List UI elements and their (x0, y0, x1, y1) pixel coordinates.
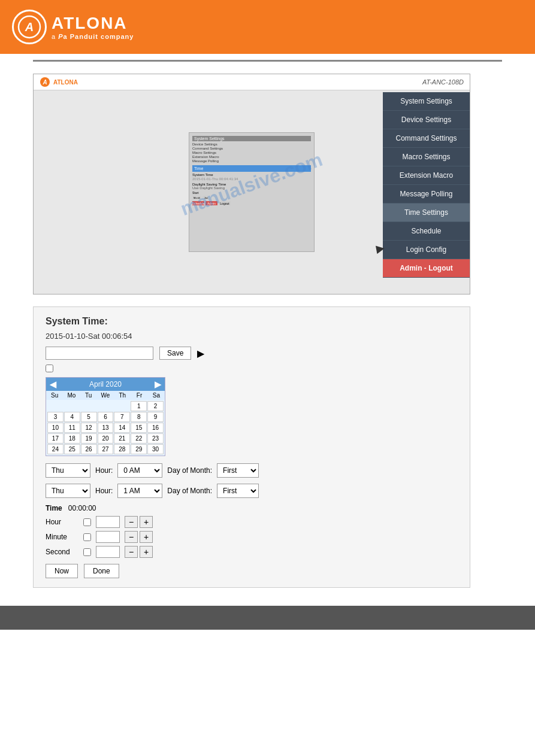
menu-item-time-settings[interactable]: Time Settings (383, 204, 470, 222)
menu-item-schedule[interactable]: Schedule (383, 222, 470, 241)
calendar-nav: ◀ April 2020 ▶ (46, 378, 165, 391)
main-content: A ATLONA AT-ANC-108D System Settings Dev… (0, 68, 535, 594)
start-hour-select[interactable]: 0 AM 1 AM2 AM3 AM4 AM 5 AM6 AM7 AM8 AM 9… (117, 463, 162, 478)
hour-checkbox[interactable] (83, 518, 91, 526)
start-day-select[interactable]: Thu SunMonTueWedFriSat (46, 463, 90, 478)
system-time-value: 2015-01-10-Sat 00:06:54 (46, 332, 458, 341)
cal-day-30[interactable]: 30 (147, 444, 164, 454)
page-header: A ATLONA a Pa Panduit company (0, 0, 535, 54)
cal-day-15[interactable]: 15 (131, 423, 147, 433)
hour-label-2: Hour: (95, 487, 113, 495)
cursor-hint: ▶ (197, 348, 204, 359)
svg-text:A: A (25, 20, 34, 34)
footer-bar (0, 606, 535, 630)
menu-item-extension-macro[interactable]: Extension Macro (383, 166, 470, 185)
cal-day-1[interactable]: 1 (131, 401, 147, 411)
cal-day-13[interactable]: 13 (98, 423, 114, 433)
dst-checkbox[interactable] (46, 365, 53, 372)
cal-day-14[interactable]: 14 (114, 423, 130, 433)
end-day-select[interactable]: Thu SunMonTueWedFriSat (46, 484, 90, 498)
menu-item-macro-settings[interactable]: Macro Settings (383, 148, 470, 166)
cal-day-8[interactable]: 8 (131, 412, 147, 422)
cal-day-27[interactable]: 27 (98, 444, 114, 454)
done-button[interactable]: Done (84, 564, 119, 578)
time-section-title: Time (46, 504, 62, 512)
cal-day-17[interactable]: 17 (47, 433, 64, 444)
menu-item-command-settings[interactable]: Command Settings (383, 129, 470, 148)
device-logo-icon: A (40, 77, 50, 87)
hour-increment[interactable]: + (140, 516, 153, 528)
calendar-month-label: April 2020 (89, 380, 122, 388)
second-input[interactable] (96, 546, 120, 558)
calendar: ◀ April 2020 ▶ Su Mo Tu We Th Fr Sa 1 (46, 377, 165, 456)
second-label: Second (46, 548, 78, 556)
start-dom-select[interactable]: First SecondThirdFourthLast (217, 463, 259, 478)
cal-empty (114, 401, 130, 411)
second-decrement[interactable]: − (125, 546, 138, 558)
device-model: AT-ANC-108D (422, 78, 464, 86)
minute-decrement[interactable]: − (125, 531, 138, 543)
cal-day-11[interactable]: 11 (64, 423, 80, 433)
hour-input[interactable] (96, 516, 120, 528)
second-field-row: Second − + (46, 546, 458, 558)
cal-day-10[interactable]: 10 (47, 423, 64, 433)
cal-empty (64, 401, 80, 411)
cal-day-20[interactable]: 20 (98, 433, 114, 444)
minute-field-row: Minute − + (46, 531, 458, 543)
cal-day-4[interactable]: 4 (64, 412, 80, 422)
cal-day-16[interactable]: 16 (147, 423, 164, 433)
bottom-buttons: Now Done (46, 564, 458, 578)
second-stepper: − + (125, 546, 153, 558)
menu-item-device-settings[interactable]: Device Settings (383, 111, 470, 129)
calendar-next-arrow[interactable]: ▶ (155, 379, 161, 389)
cal-day-2[interactable]: 2 (147, 401, 164, 411)
minute-stepper: − + (125, 531, 153, 543)
device-logo-area: A ATLONA (40, 77, 78, 87)
minute-checkbox[interactable] (83, 533, 91, 541)
cal-day-26[interactable]: 26 (81, 444, 97, 454)
now-button[interactable]: Now (46, 564, 78, 578)
dom-label-1: Day of Month: (167, 466, 212, 475)
inner-form-mock: System Settings Device Settings Command … (189, 132, 315, 252)
cal-day-29[interactable]: 29 (131, 444, 147, 454)
second-increment[interactable]: + (140, 546, 153, 558)
logo: A ATLONA a Pa Panduit company (12, 10, 134, 44)
minute-label: Minute (46, 533, 78, 541)
cal-day-28[interactable]: 28 (114, 444, 130, 454)
cal-day-22[interactable]: 22 (131, 433, 147, 444)
calendar-prev-arrow[interactable]: ◀ (50, 379, 56, 389)
cal-day-19[interactable]: 19 (81, 433, 97, 444)
minute-increment[interactable]: + (140, 531, 153, 543)
second-checkbox[interactable] (83, 548, 91, 556)
cal-day-24[interactable]: 24 (47, 444, 64, 454)
time-input-row: Save ▶ (46, 347, 458, 360)
device-screenshot: A ATLONA AT-ANC-108D System Settings Dev… (33, 74, 470, 294)
cal-day-18[interactable]: 18 (64, 433, 80, 444)
cal-empty (47, 401, 64, 411)
svg-text:A: A (42, 79, 47, 86)
end-hour-select[interactable]: 1 AM 0 AM2 AM3 AM4 AM 5 AM6 AM7 AM8 AM 9… (117, 484, 162, 498)
save-button[interactable]: Save (159, 347, 191, 360)
menu-item-system-settings[interactable]: System Settings (383, 92, 470, 111)
menu-item-message-polling[interactable]: Message Polling (383, 185, 470, 204)
cal-day-7[interactable]: 7 (114, 412, 130, 422)
cal-day-21[interactable]: 21 (114, 433, 130, 444)
hour-decrement[interactable]: − (125, 516, 138, 528)
cal-day-23[interactable]: 23 (147, 433, 164, 444)
cal-day-12[interactable]: 12 (81, 423, 97, 433)
time-input-field[interactable] (46, 347, 153, 360)
menu-item-login-config[interactable]: Login Config (383, 241, 470, 259)
cal-day-25[interactable]: 25 (64, 444, 80, 454)
cal-empty (81, 401, 97, 411)
menu-item-admin-logout[interactable]: Admin - Logout (383, 259, 470, 278)
cal-day-3[interactable]: 3 (47, 412, 64, 422)
minute-input[interactable] (96, 531, 120, 543)
cal-day-9[interactable]: 9 (147, 412, 164, 422)
cal-day-6[interactable]: 6 (98, 412, 114, 422)
cal-day-5[interactable]: 5 (81, 412, 97, 422)
end-dom-select[interactable]: First SecondThirdFourthLast (217, 484, 259, 498)
time-section: Time 00:00:00 Hour − + Minute − + (46, 504, 458, 558)
device-header: A ATLONA AT-ANC-108D (34, 74, 470, 90)
header-divider (33, 60, 502, 62)
logo-circle: A (12, 10, 47, 44)
